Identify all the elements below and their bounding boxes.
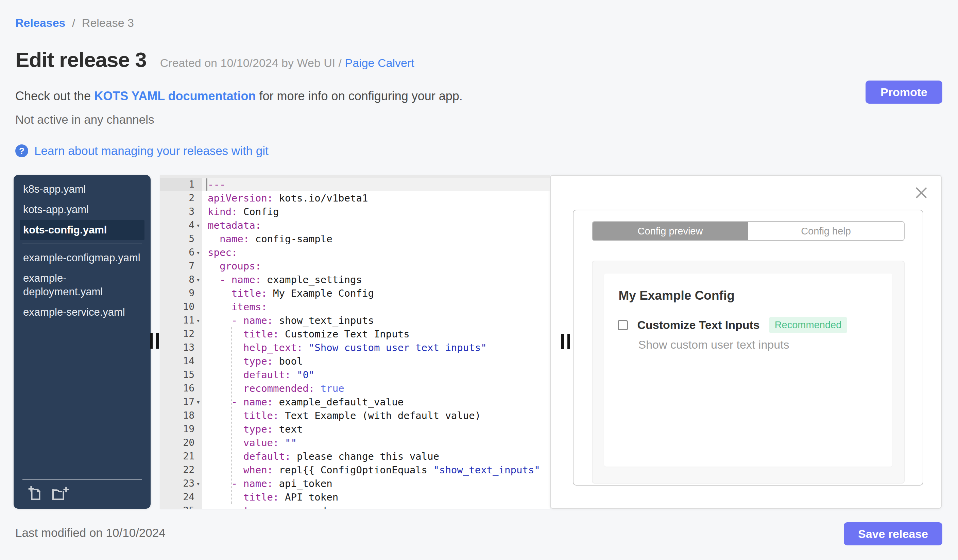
code-text: spec: xyxy=(202,246,550,259)
code-text: metadata: xyxy=(202,218,550,232)
new-file-icon[interactable] xyxy=(27,486,43,503)
code-line[interactable]: 12 title: Customize Text Inputs xyxy=(160,327,550,341)
close-icon[interactable] xyxy=(914,185,929,200)
code-line[interactable]: 4▾metadata: xyxy=(160,218,550,232)
git-help-link[interactable]: Learn about managing your releases with … xyxy=(34,144,268,158)
code-line[interactable]: 1--- xyxy=(160,178,550,191)
code-line[interactable]: 13 help_text: "Show custom user text inp… xyxy=(160,341,550,354)
yaml-editor[interactable]: 1---2apiVersion: kots.io/v1beta13kind: C… xyxy=(160,175,550,509)
promote-button[interactable]: Promote xyxy=(866,81,942,104)
line-number: 23▾ xyxy=(160,477,202,490)
fold-arrow-icon[interactable]: ▾ xyxy=(195,314,201,327)
code-text: type: bool xyxy=(202,354,550,368)
file-item-kots-config-yaml[interactable]: kots-config.yaml xyxy=(20,220,144,240)
code-line[interactable]: 10 items: xyxy=(160,300,550,314)
line-number: 24 xyxy=(160,490,202,504)
code-line[interactable]: 23▾ - name: api_token xyxy=(160,477,550,490)
kots-yaml-docs-link[interactable]: KOTS YAML documentation xyxy=(94,89,255,103)
breadcrumb-current: Release 3 xyxy=(82,16,134,29)
config-item-label: Customize Text Inputs xyxy=(638,318,760,332)
fold-arrow-icon[interactable]: ▾ xyxy=(195,477,201,490)
resize-bar xyxy=(150,333,153,349)
docs-hint-before: Check out the xyxy=(15,89,94,103)
code-line[interactable]: 16 recommended: true xyxy=(160,381,550,395)
line-number: 17▾ xyxy=(160,395,202,409)
git-help-row[interactable]: ? Learn about managing your releases wit… xyxy=(15,144,268,158)
code-line[interactable]: 21 default: please change this value xyxy=(160,449,550,463)
tab-config-preview[interactable]: Config preview xyxy=(593,222,748,240)
release-editor-page: Releases / Release 3 Edit release 3 Crea… xyxy=(0,0,958,560)
code-text: - name: example_settings xyxy=(202,273,550,286)
fold-arrow-icon[interactable]: ▾ xyxy=(195,218,201,232)
created-by-link[interactable]: Paige Calvert xyxy=(345,56,414,69)
breadcrumb-releases-link[interactable]: Releases xyxy=(15,16,65,29)
fold-arrow-icon[interactable]: ▾ xyxy=(195,273,201,286)
last-modified-text: Last modified on 10/10/2024 xyxy=(15,526,166,539)
line-number: 5 xyxy=(160,232,202,246)
new-folder-icon[interactable] xyxy=(50,486,70,503)
line-number: 10 xyxy=(160,300,202,314)
resize-bar xyxy=(156,333,159,349)
preview-body: My Example Config Customize Text Inputs … xyxy=(592,261,905,484)
resize-handle-right[interactable] xyxy=(561,334,570,349)
code-line[interactable]: 24 title: API token xyxy=(160,490,550,504)
tab-config-help[interactable]: Config help xyxy=(748,222,904,240)
config-render-card: My Example Config Customize Text Inputs … xyxy=(604,274,892,467)
file-item-example-deployment-yaml[interactable]: example-deployment.yaml xyxy=(20,268,144,302)
fold-arrow-icon[interactable]: ▾ xyxy=(195,246,201,259)
docs-hint-text: Check out the KOTS YAML documentation fo… xyxy=(15,89,463,103)
line-number: 21 xyxy=(160,449,202,463)
line-number: 22 xyxy=(160,463,202,477)
line-number: 12 xyxy=(160,327,202,341)
fold-arrow-icon[interactable]: ▾ xyxy=(195,395,201,409)
code-line[interactable]: 22 when: repl{{ ConfigOptionEquals "show… xyxy=(160,463,550,477)
code-line[interactable]: 11▾ - name: show_text_inputs xyxy=(160,314,550,327)
line-number: 18 xyxy=(160,409,202,422)
line-number: 1 xyxy=(160,178,202,191)
resize-bar xyxy=(561,334,564,349)
code-line[interactable]: 2apiVersion: kots.io/v1beta1 xyxy=(160,191,550,205)
code-text: type: password xyxy=(202,504,550,509)
page-title: Edit release 3 xyxy=(15,47,146,72)
file-list-divider xyxy=(22,244,142,244)
code-line[interactable]: 3kind: Config xyxy=(160,205,550,218)
config-group-title: My Example Config xyxy=(619,288,734,303)
code-line[interactable]: 19 type: text xyxy=(160,422,550,436)
file-item-k8s-app-yaml[interactable]: k8s-app.yaml xyxy=(20,179,144,199)
line-number: 2 xyxy=(160,191,202,205)
code-text: default: please change this value xyxy=(202,449,550,463)
code-rows: 1---2apiVersion: kots.io/v1beta13kind: C… xyxy=(160,178,550,509)
code-text: value: "" xyxy=(202,436,550,449)
code-line[interactable]: 5 name: config-sample xyxy=(160,232,550,246)
code-line[interactable]: 9 title: My Example Config xyxy=(160,286,550,300)
code-text: - name: show_text_inputs xyxy=(202,314,550,327)
workspace: k8s-app.yamlkots-app.yamlkots-config.yam… xyxy=(0,175,958,509)
created-meta: Created on 10/10/2024 by Web UI / Paige … xyxy=(160,56,414,70)
resize-handle-left[interactable] xyxy=(150,333,159,349)
code-line[interactable]: 25 type: password xyxy=(160,504,550,509)
code-line[interactable]: 7 groups: xyxy=(160,259,550,273)
code-line[interactable]: 17▾ - name: example_default_value xyxy=(160,395,550,409)
code-text: - name: example_default_value xyxy=(202,395,550,409)
customize-text-inputs-checkbox[interactable] xyxy=(618,320,628,330)
save-release-button[interactable]: Save release xyxy=(844,522,942,546)
line-number: 19 xyxy=(160,422,202,436)
code-line[interactable]: 6▾spec: xyxy=(160,246,550,259)
code-line[interactable]: 15 default: "0" xyxy=(160,368,550,381)
question-mark-icon: ? xyxy=(15,144,28,157)
file-item-example-service-yaml[interactable]: example-service.yaml xyxy=(20,302,144,323)
recommended-badge: Recommended xyxy=(769,317,847,333)
line-number: 15 xyxy=(160,368,202,381)
code-text: --- xyxy=(202,178,550,191)
code-line[interactable]: 8▾ - name: example_settings xyxy=(160,273,550,286)
code-text: when: repl{{ ConfigOptionEquals "show_te… xyxy=(202,463,550,477)
line-number: 4▾ xyxy=(160,218,202,232)
line-number: 16 xyxy=(160,381,202,395)
file-item-example-configmap-yaml[interactable]: example-configmap.yaml xyxy=(20,248,144,268)
code-line[interactable]: 20 value: "" xyxy=(160,436,550,449)
code-text: groups: xyxy=(202,259,550,273)
code-line[interactable]: 14 type: bool xyxy=(160,354,550,368)
code-text: title: Text Example (with default value) xyxy=(202,409,550,422)
file-item-kots-app-yaml[interactable]: kots-app.yaml xyxy=(20,199,144,220)
code-line[interactable]: 18 title: Text Example (with default val… xyxy=(160,409,550,422)
